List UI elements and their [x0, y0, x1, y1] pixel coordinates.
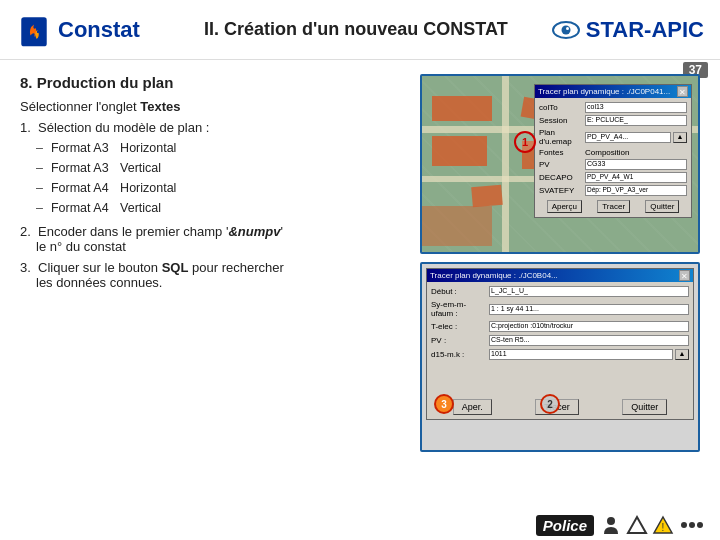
header: Constat II. Création d'un nouveau CONSTA…: [0, 0, 720, 60]
db-row-pvb: PV : CS-ten R5...: [431, 335, 689, 346]
quitter-button[interactable]: Quitter: [645, 200, 679, 213]
footer-icons: !: [600, 514, 706, 536]
list-item-3-sub: les données connues.: [20, 275, 404, 290]
svg-point-8: [681, 522, 687, 528]
apercu-button[interactable]: Aperçu: [547, 200, 582, 213]
dialog-input-session[interactable]: E: PCLUCE_: [585, 115, 687, 126]
list-item-1-4: – Format A4 Vertical: [36, 198, 404, 218]
dialog-row-fontes: Fontes Composition: [539, 148, 687, 157]
eye-icon: [552, 19, 580, 41]
star-apic-logo: STAR-APIC: [552, 17, 704, 43]
road-v1: [502, 76, 509, 252]
section-heading: 8. Production du plan: [20, 74, 404, 91]
dialog-bottom-close-button[interactable]: ✕: [679, 270, 690, 281]
svg-point-4: [607, 517, 615, 525]
dialog-row-plan: Plan d'u.emap PD_PV_A4... ▲: [539, 128, 687, 146]
aper-button[interactable]: Aper.: [453, 399, 492, 415]
dialog-row-session: Session E: PCLUCE_: [539, 115, 687, 126]
list-item-1-3: – Format A4 Horizontal: [36, 178, 404, 198]
map-block-5: [471, 185, 503, 208]
sub-list-1: – Format A3 Horizontal – Format A3 Verti…: [20, 138, 404, 218]
marker-1: 1: [514, 131, 536, 153]
db-row-d15: d15-m.k : 1011 ▲: [431, 349, 689, 360]
db-row-telec: T-elec : C:projection :010tn/trockur: [431, 321, 689, 332]
constat-flame-icon: [16, 10, 52, 50]
footer: Police !: [0, 514, 720, 536]
instruction-list: 1. Sélection du modèle de plan : – Forma…: [20, 120, 404, 290]
dialog-top: Tracer plan dynamique : ./JC0P041... ✕ c…: [534, 84, 692, 218]
dialog-row-colto: colTo col13: [539, 102, 687, 113]
map-block-1: [432, 96, 492, 121]
person-icon: [600, 514, 622, 536]
db-input-d15[interactable]: 1011: [489, 349, 673, 360]
subheading: Sélectionner l'onglet Textes: [20, 99, 404, 114]
dialog-bottom: Tracer plan dynamique : ./JC0B04... ✕ Dé…: [426, 268, 694, 420]
db-row-syem: Sy-em-m-ufaum : 1 : 1 sy 44 11...: [431, 300, 689, 318]
svg-text:!: !: [662, 522, 665, 533]
marker-2: 2: [540, 394, 560, 414]
dialog-row-decapo: DECAPO PD_PV_A4_W1: [539, 172, 687, 183]
dialog-top-body: colTo col13 Session E: PCLUCE_ Plan d'u.…: [535, 98, 691, 217]
warning-triangle-icon: !: [652, 514, 674, 536]
list-item-1-2: – Format A3 Vertical: [36, 158, 404, 178]
police-badge: Police: [536, 515, 594, 536]
star-apic-label: STAR-APIC: [586, 17, 704, 43]
d15-button[interactable]: ▲: [675, 349, 689, 360]
tracer-button[interactable]: Tracer: [597, 200, 630, 213]
marker-3: 3: [434, 394, 454, 414]
db-input-telec[interactable]: C:projection :010tn/trockur: [489, 321, 689, 332]
screenshot-bottom: Tracer plan dynamique : ./JC0B04... ✕ Dé…: [420, 262, 700, 452]
quitter-bottom-button[interactable]: Quitter: [622, 399, 667, 415]
list-item-2-sub: le n° du constat: [20, 239, 404, 254]
map-block-2: [432, 136, 487, 166]
svg-point-9: [689, 522, 695, 528]
dialog-top-buttons: Aperçu Tracer Quitter: [539, 200, 687, 213]
dialog-bottom-buttons: Aper. Tracer Quitter: [431, 399, 689, 415]
db-input-pvb[interactable]: CS-ten R5...: [489, 335, 689, 346]
screenshot-top: Tracer plan dynamique : ./JC0P041... ✕ c…: [420, 74, 700, 254]
dialog-top-titlebar: Tracer plan dynamique : ./JC0P041... ✕: [535, 85, 691, 98]
svg-marker-5: [628, 517, 646, 533]
right-panel: Tracer plan dynamique : ./JC0P041... ✕ c…: [420, 74, 700, 452]
dialog-input-pv[interactable]: CG33: [585, 159, 687, 170]
dialog-input-colto[interactable]: col13: [585, 102, 687, 113]
dialog-row-svatefy: SVATEFY Dép: PD_VP_A3_ver: [539, 185, 687, 196]
svg-point-2: [561, 25, 570, 34]
list-item-3: 3. Cliquer sur le bouton SQL pour recher…: [20, 260, 404, 290]
map-block-6: [422, 206, 492, 246]
list-item-1-1: – Format A3 Horizontal: [36, 138, 404, 158]
db-input-syem[interactable]: 1 : 1 sy 44 11...: [489, 304, 689, 315]
plan-browse-button[interactable]: ▲: [673, 132, 687, 143]
left-panel: 8. Production du plan Sélectionner l'ong…: [20, 74, 404, 452]
page-title: II. Création d'un nouveau CONSTAT: [160, 19, 552, 40]
svg-point-10: [697, 522, 703, 528]
constat-label: Constat: [58, 17, 140, 43]
db-row-debut: Début : L_JC_L_U_: [431, 286, 689, 297]
svg-point-3: [566, 27, 569, 30]
dialog-input-plan[interactable]: PD_PV_A4...: [585, 132, 671, 143]
dialog-bottom-body: Début : L_JC_L_U_ Sy-em-m-ufaum : 1 : 1 …: [427, 282, 693, 367]
dialog-input-svatefy[interactable]: Dép: PD_VP_A3_ver: [585, 185, 687, 196]
constat-logo: Constat: [16, 10, 140, 50]
content-area: 8. Production du plan Sélectionner l'ong…: [0, 64, 720, 462]
triangle-icon: [626, 514, 648, 536]
dialog-close-button[interactable]: ✕: [677, 86, 688, 97]
dialog-input-decapo[interactable]: PD_PV_A4_W1: [585, 172, 687, 183]
dialog-row-pv: PV CG33: [539, 159, 687, 170]
db-input-debut[interactable]: L_JC_L_U_: [489, 286, 689, 297]
dialog-bottom-titlebar: Tracer plan dynamique : ./JC0B04... ✕: [427, 269, 693, 282]
dots-icon: [678, 514, 706, 536]
list-item-1: 1. Sélection du modèle de plan : – Forma…: [20, 120, 404, 218]
list-item-2: 2. Encoder dans le premier champ '&numpv…: [20, 224, 404, 254]
